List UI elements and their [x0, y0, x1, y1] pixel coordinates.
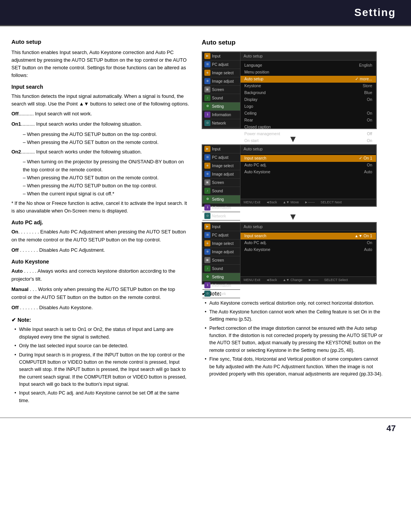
p3-sidebar-imageadjust: ⊕ Image adjust — [202, 248, 240, 256]
on2-dash-1: – When turning on the projector by press… — [23, 158, 190, 174]
p2-imageadjust-icon: ⊕ — [204, 171, 210, 177]
p2-footer-move: ▲▼ Move — [283, 200, 299, 205]
row-rear-value: On — [367, 117, 372, 123]
sidebar-network-label: Network — [212, 120, 226, 126]
sidebar-sound: ♪ Sound — [202, 94, 240, 102]
p2-input-icon: ▶ — [204, 146, 210, 152]
sidebar-setting-label: Setting — [212, 104, 224, 109]
left-note-item-1: Only the last selected input source can … — [14, 342, 190, 350]
sidebar-screen: ▣ Screen — [202, 86, 240, 94]
right-note-item-1: The Auto Keystone function cannot work w… — [205, 308, 384, 323]
panel3-header: Auto setup — [241, 223, 376, 232]
off3-label: Off — [11, 305, 19, 310]
p2-sidebar-pcadjust: ⊞ PC adjust — [202, 153, 240, 162]
sidebar-input: ▶ Input — [202, 52, 240, 61]
page-number: 47 — [387, 423, 396, 433]
on2-dash-3: – When pressing the AUTO SETUP button on… — [23, 182, 190, 190]
panel3-main: Auto setup Input search ▲▼ On 1 Auto PC … — [241, 223, 376, 284]
p2-footer-exit: MENU Exit — [244, 200, 260, 205]
row-onstart-value: On — [367, 138, 372, 144]
p3-footer-exit: MENU Exit — [244, 278, 260, 283]
setting-icon: ⚙ — [204, 103, 210, 109]
p2-autopc-value: On — [367, 162, 372, 168]
right-main-title: Auto setup — [202, 38, 384, 48]
off-label: Off — [11, 111, 19, 117]
off3-row: Off . . . . . . . Disables Auto Keystone… — [11, 304, 190, 312]
auto-desc: . . . . . Always works and corrects keys… — [11, 268, 175, 282]
p2-row-inputsearch: Input search ✓ On 1 — [241, 155, 376, 162]
row-logo: Logo — [241, 103, 376, 110]
p3-autopc-label: Auto PC adj. — [244, 240, 267, 246]
auto-row: Auto . . . . . Always works and corrects… — [11, 267, 190, 283]
p3-footer-back: ◄Back — [266, 278, 277, 283]
row-language: Language English — [241, 62, 376, 69]
intro-text: This function enables Input search, Auto… — [11, 49, 190, 80]
p2-sidebar-sound: ♪ Sound — [202, 187, 240, 195]
row-onstart: On start On — [241, 137, 376, 144]
p3-network-icon: ⊙ — [204, 291, 210, 297]
auto-label: Auto — [11, 268, 23, 274]
projector-panel-2: ▶ Input ⊞ PC adjust ◈ Image select ⊕ Ima… — [202, 144, 377, 207]
p3-inputsearch-value: ▲▼ On 1 — [355, 233, 372, 239]
row-autosetup: Auto setup ✓ more... — [241, 76, 376, 83]
row-display: Display On — [241, 96, 376, 103]
p2-screen-icon: ▣ — [204, 179, 210, 185]
p3-sidebar-network: ⊙ Network — [202, 290, 240, 298]
sidebar-setting: ⚙ Setting — [202, 102, 240, 111]
projector-panel-3: ▶ Input ⊞ PC adjust ◈ Image select ⊕ Ima… — [202, 222, 377, 284]
row-menupos: Menu position — [241, 69, 376, 76]
p3-sidebar-pcadjust: ⊞ PC adjust — [202, 231, 240, 240]
p2-autokeystone-value: Auto — [364, 169, 372, 175]
row-rear-label: Rear — [244, 117, 253, 123]
p3-row-autokeystone: Auto Keystone Auto — [241, 246, 376, 253]
p2-sidebar-imageadjust: ⊕ Image adjust — [202, 170, 240, 179]
panel1-main: Auto setup Language English Menu positio… — [241, 52, 376, 128]
row-closedcaption: Closed caption — [241, 124, 376, 131]
panel2-main: Auto setup Input search ✓ On 1 Auto PC a… — [241, 145, 376, 206]
auto-pc-adj-title: Auto PC adj. — [11, 219, 190, 227]
row-autosetup-label: Auto setup — [244, 76, 263, 82]
row-menupos-label: Menu position — [244, 69, 269, 75]
sidebar-network: ⊙ Network — [202, 119, 240, 128]
sidebar-imageadjust-label: Image adjust — [212, 78, 234, 84]
row-keystone: Keystone Store — [241, 83, 376, 89]
p2-sidebar-information: ℹ Information — [202, 204, 240, 212]
p3-screen-icon: ▣ — [204, 257, 210, 263]
p3-sidebar-sound: ♪ Sound — [202, 265, 240, 273]
p3-footer-change: ▲▼ Change — [283, 278, 303, 283]
manual-label: Manual — [11, 286, 29, 292]
input-icon: ▶ — [204, 53, 210, 59]
p2-sidebar-network: ⊙ Network — [202, 212, 240, 220]
pcadjust-icon: ⊞ — [204, 61, 210, 67]
sidebar-imageadjust: ⊕ Image adjust — [202, 77, 240, 86]
p3-input-icon: ▶ — [204, 224, 210, 230]
row-ceiling-label: Ceiling — [244, 110, 256, 117]
p3-sidebar-setting: ⚙ Setting — [202, 273, 240, 281]
p3-row-autopc: Auto PC adj. On — [241, 240, 376, 246]
p3-sidebar-input: ▶ Input — [202, 223, 240, 231]
p3-autopc-value: On — [367, 240, 372, 246]
panel2-header: Auto setup — [241, 145, 376, 154]
page-footer: 47 — [0, 417, 411, 438]
on2-dashes: – When turning on the projector by press… — [23, 158, 190, 198]
p3-information-icon: ℹ — [204, 282, 210, 288]
p2-row-autokeystone: Auto Keystone Auto — [241, 169, 376, 176]
row-rear: Rear On — [241, 117, 376, 124]
left-note-title: Note: — [11, 316, 190, 324]
right-note-item-3: Fine sync, Total dots, Horizontal and Ve… — [205, 356, 384, 378]
screen-icon: ▣ — [204, 86, 210, 93]
manual-row: Manual . . . Works only when pressing th… — [11, 286, 190, 302]
row-display-value: On — [367, 97, 372, 103]
row-logo-label: Logo — [244, 104, 253, 110]
left-note-item-2: During Input search is in progress, if t… — [14, 351, 190, 388]
row-keystone-value: Store — [363, 83, 372, 89]
sidebar-information: ℹ Information — [202, 111, 240, 119]
on1-dash-2: – When pressing the AUTO SET button on t… — [23, 139, 190, 147]
on2-label: On2 — [11, 149, 21, 155]
panel1-header: Auto setup — [241, 52, 376, 61]
p3-footer-dash: ►------ — [308, 278, 319, 283]
p2-sidebar-imageselect: ◈ Image select — [202, 162, 240, 170]
off2-row: Off . . . . . . . Disables Auto PC Adjus… — [11, 246, 190, 254]
left-note-item-0: While Input search is set to On1 or On2,… — [14, 326, 190, 341]
panel2-footer: MENU Exit ◄Back ▲▼ Move ►------ SELECT N… — [241, 199, 376, 206]
